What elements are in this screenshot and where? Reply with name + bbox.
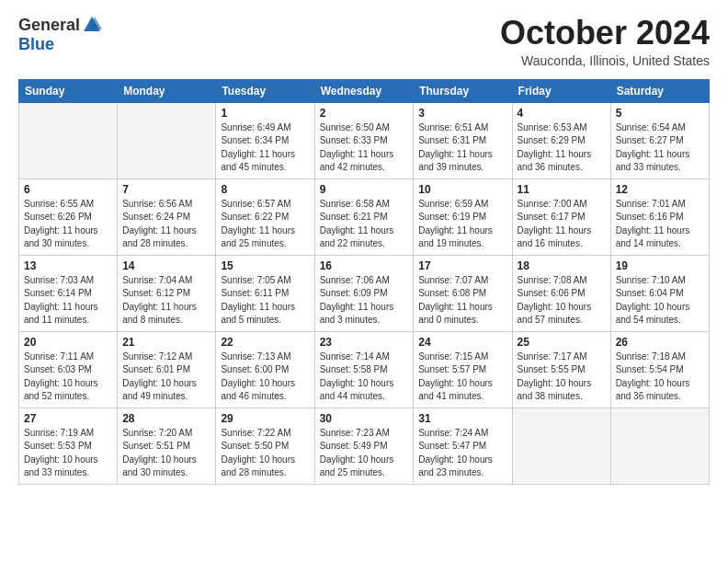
day-detail: Sunrise: 6:56 AMSunset: 6:24 PMDaylight:…	[122, 198, 210, 251]
day-number: 29	[221, 412, 309, 425]
day-detail: Sunrise: 6:51 AMSunset: 6:31 PMDaylight:…	[418, 121, 506, 175]
day-number: 12	[616, 183, 704, 196]
day-cell: 11Sunrise: 7:00 AMSunset: 6:17 PMDayligh…	[512, 178, 610, 255]
day-number: 3	[418, 107, 506, 120]
day-cell: 24Sunrise: 7:15 AMSunset: 5:57 PMDayligh…	[414, 331, 512, 408]
day-header-thursday: Thursday	[414, 79, 512, 102]
day-number: 20	[24, 336, 112, 349]
day-header-friday: Friday	[512, 79, 610, 102]
day-number: 18	[518, 259, 606, 272]
day-number: 17	[418, 259, 506, 272]
day-number: 19	[616, 259, 704, 272]
day-cell: 29Sunrise: 7:22 AMSunset: 5:50 PMDayligh…	[216, 408, 314, 484]
day-detail: Sunrise: 7:04 AMSunset: 6:12 PMDaylight:…	[122, 274, 210, 327]
day-detail: Sunrise: 7:11 AMSunset: 6:03 PMDaylight:…	[24, 350, 112, 404]
day-detail: Sunrise: 7:00 AMSunset: 6:17 PMDaylight:…	[518, 198, 606, 251]
day-cell: 13Sunrise: 7:03 AMSunset: 6:14 PMDayligh…	[19, 255, 118, 331]
day-cell	[610, 408, 709, 484]
day-number: 7	[122, 183, 210, 196]
day-number: 9	[320, 183, 409, 196]
day-number: 13	[24, 259, 112, 272]
day-detail: Sunrise: 7:05 AMSunset: 6:11 PMDaylight:…	[221, 274, 309, 327]
day-number: 8	[221, 183, 309, 196]
day-number: 6	[24, 183, 112, 196]
week-row-5: 27Sunrise: 7:19 AMSunset: 5:53 PMDayligh…	[19, 408, 710, 484]
day-number: 15	[221, 259, 309, 272]
day-detail: Sunrise: 7:20 AMSunset: 5:51 PMDaylight:…	[122, 427, 210, 480]
day-cell: 23Sunrise: 7:14 AMSunset: 5:58 PMDayligh…	[314, 331, 414, 408]
day-cell: 25Sunrise: 7:17 AMSunset: 5:55 PMDayligh…	[512, 331, 610, 408]
day-cell	[19, 102, 118, 178]
day-cell: 18Sunrise: 7:08 AMSunset: 6:06 PMDayligh…	[512, 255, 610, 331]
day-detail: Sunrise: 7:14 AMSunset: 5:58 PMDaylight:…	[320, 350, 409, 404]
day-number: 27	[24, 412, 112, 425]
day-detail: Sunrise: 7:13 AMSunset: 6:00 PMDaylight:…	[221, 350, 309, 404]
logo-blue-text: Blue	[18, 35, 54, 54]
logo-icon	[82, 15, 102, 35]
header: General Blue October 2024 Wauconda, Illi…	[18, 15, 710, 68]
day-number: 30	[320, 412, 409, 425]
day-header-wednesday: Wednesday	[314, 79, 414, 102]
day-number: 2	[320, 107, 409, 120]
day-detail: Sunrise: 7:07 AMSunset: 6:08 PMDaylight:…	[418, 274, 506, 327]
title-block: October 2024 Wauconda, Illinois, United …	[500, 15, 710, 68]
day-cell: 15Sunrise: 7:05 AMSunset: 6:11 PMDayligh…	[216, 255, 314, 331]
day-detail: Sunrise: 6:55 AMSunset: 6:26 PMDaylight:…	[24, 198, 112, 251]
day-detail: Sunrise: 7:17 AMSunset: 5:55 PMDaylight:…	[518, 350, 606, 404]
logo: General Blue	[18, 15, 102, 54]
day-header-monday: Monday	[118, 79, 216, 102]
day-number: 4	[518, 107, 606, 120]
month-title: October 2024	[500, 15, 710, 52]
day-cell: 21Sunrise: 7:12 AMSunset: 6:01 PMDayligh…	[118, 331, 216, 408]
day-number: 5	[616, 107, 704, 120]
day-detail: Sunrise: 7:23 AMSunset: 5:49 PMDaylight:…	[320, 427, 409, 480]
day-detail: Sunrise: 6:53 AMSunset: 6:29 PMDaylight:…	[518, 121, 606, 175]
day-number: 14	[122, 259, 210, 272]
day-number: 26	[616, 336, 704, 349]
day-number: 10	[418, 183, 506, 196]
day-number: 16	[320, 259, 409, 272]
day-cell	[118, 102, 216, 178]
logo-general-text: General	[18, 16, 80, 35]
day-cell: 9Sunrise: 6:58 AMSunset: 6:21 PMDaylight…	[314, 178, 414, 255]
day-cell: 26Sunrise: 7:18 AMSunset: 5:54 PMDayligh…	[610, 331, 709, 408]
day-cell: 27Sunrise: 7:19 AMSunset: 5:53 PMDayligh…	[19, 408, 118, 484]
day-detail: Sunrise: 6:58 AMSunset: 6:21 PMDaylight:…	[320, 198, 409, 251]
header-row: SundayMondayTuesdayWednesdayThursdayFrid…	[19, 79, 710, 102]
day-cell: 12Sunrise: 7:01 AMSunset: 6:16 PMDayligh…	[610, 178, 709, 255]
day-cell: 28Sunrise: 7:20 AMSunset: 5:51 PMDayligh…	[118, 408, 216, 484]
day-detail: Sunrise: 7:08 AMSunset: 6:06 PMDaylight:…	[518, 274, 606, 327]
day-detail: Sunrise: 6:59 AMSunset: 6:19 PMDaylight:…	[418, 198, 506, 251]
day-number: 11	[518, 183, 606, 196]
week-row-1: 1Sunrise: 6:49 AMSunset: 6:34 PMDaylight…	[19, 102, 710, 178]
day-cell: 1Sunrise: 6:49 AMSunset: 6:34 PMDaylight…	[216, 102, 314, 178]
week-row-4: 20Sunrise: 7:11 AMSunset: 6:03 PMDayligh…	[19, 331, 710, 408]
day-cell: 5Sunrise: 6:54 AMSunset: 6:27 PMDaylight…	[610, 102, 709, 178]
day-detail: Sunrise: 7:19 AMSunset: 5:53 PMDaylight:…	[24, 427, 112, 480]
day-cell: 31Sunrise: 7:24 AMSunset: 5:47 PMDayligh…	[414, 408, 512, 484]
day-cell: 8Sunrise: 6:57 AMSunset: 6:22 PMDaylight…	[216, 178, 314, 255]
day-cell: 17Sunrise: 7:07 AMSunset: 6:08 PMDayligh…	[414, 255, 512, 331]
day-cell: 19Sunrise: 7:10 AMSunset: 6:04 PMDayligh…	[610, 255, 709, 331]
day-cell: 30Sunrise: 7:23 AMSunset: 5:49 PMDayligh…	[314, 408, 414, 484]
day-detail: Sunrise: 7:06 AMSunset: 6:09 PMDaylight:…	[320, 274, 409, 327]
day-detail: Sunrise: 7:12 AMSunset: 6:01 PMDaylight:…	[122, 350, 210, 404]
page: General Blue October 2024 Wauconda, Illi…	[0, 0, 728, 563]
day-number: 25	[518, 336, 606, 349]
day-cell: 16Sunrise: 7:06 AMSunset: 6:09 PMDayligh…	[314, 255, 414, 331]
day-number: 22	[221, 336, 309, 349]
day-number: 21	[122, 336, 210, 349]
day-number: 24	[418, 336, 506, 349]
day-number: 23	[320, 336, 409, 349]
day-cell: 7Sunrise: 6:56 AMSunset: 6:24 PMDaylight…	[118, 178, 216, 255]
week-row-2: 6Sunrise: 6:55 AMSunset: 6:26 PMDaylight…	[19, 178, 710, 255]
day-cell: 14Sunrise: 7:04 AMSunset: 6:12 PMDayligh…	[118, 255, 216, 331]
day-cell: 22Sunrise: 7:13 AMSunset: 6:00 PMDayligh…	[216, 331, 314, 408]
day-number: 28	[122, 412, 210, 425]
day-detail: Sunrise: 6:49 AMSunset: 6:34 PMDaylight:…	[221, 121, 309, 175]
day-detail: Sunrise: 6:57 AMSunset: 6:22 PMDaylight:…	[221, 198, 309, 251]
day-detail: Sunrise: 7:10 AMSunset: 6:04 PMDaylight:…	[616, 274, 704, 327]
day-detail: Sunrise: 7:22 AMSunset: 5:50 PMDaylight:…	[221, 427, 309, 480]
day-header-sunday: Sunday	[19, 79, 118, 102]
day-cell	[512, 408, 610, 484]
